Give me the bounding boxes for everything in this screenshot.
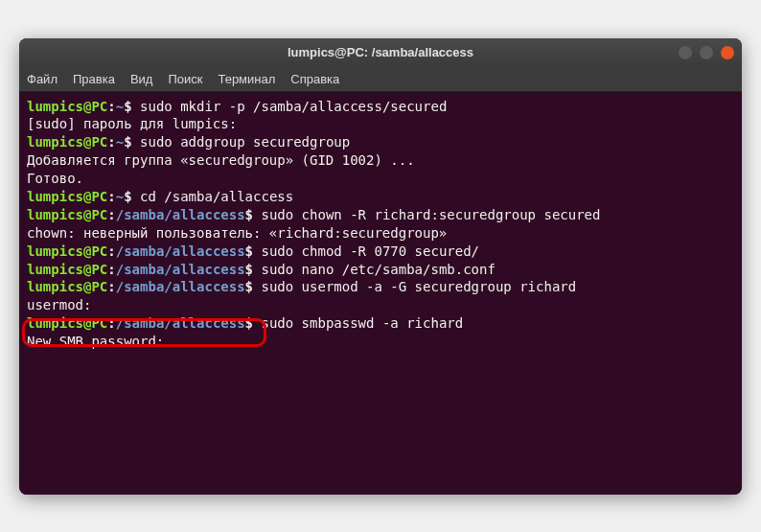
command-text: sudo chown -R richard:securedgroup secur… — [253, 207, 600, 222]
terminal-output-line: [sudo] пароль для lumpics: — [27, 115, 734, 133]
output-text: Добавляется группа «securedgroup» (GID 1… — [27, 152, 415, 168]
terminal-output-line: Добавляется группа «securedgroup» (GID 1… — [27, 151, 734, 170]
menu-search[interactable]: Поиск — [168, 72, 202, 86]
terminal-command-line: lumpics@PC:/samba/allaccess$ sudo usermo… — [27, 278, 734, 296]
prompt-dollar: $ — [124, 99, 131, 114]
prompt-user: lumpics@PC — [27, 134, 107, 150]
output-text: usermod: — [27, 297, 91, 312]
menu-edit[interactable]: Правка — [73, 72, 115, 86]
prompt-path: /samba/allaccess — [116, 315, 245, 331]
window-title: lumpics@PC: /samba/allaccess — [288, 45, 473, 59]
terminal-output-line: chown: неверный пользователь: «richard:s… — [27, 224, 734, 243]
minimize-button[interactable] — [679, 46, 692, 59]
prompt-colon: : — [107, 315, 115, 331]
prompt-user: lumpics@PC — [27, 262, 107, 277]
terminal-command-line: lumpics@PC:~$ sudo addgroup securedgroup — [27, 133, 734, 151]
menu-view[interactable]: Вид — [130, 72, 153, 86]
prompt-user: lumpics@PC — [27, 243, 107, 259]
prompt-colon: : — [107, 134, 115, 150]
prompt-path: /samba/allaccess — [116, 207, 245, 222]
prompt-path: /samba/allaccess — [116, 262, 245, 277]
prompt-user: lumpics@PC — [27, 315, 107, 331]
prompt-path: ~ — [116, 99, 124, 114]
terminal-output-line: usermod: — [27, 296, 734, 314]
prompt-user: lumpics@PC — [27, 207, 107, 222]
terminal-output-line: New SMB password: — [27, 333, 734, 351]
prompt-dollar: $ — [245, 279, 253, 294]
command-text: sudo chmod -R 0770 secured/ — [253, 243, 479, 259]
prompt-user: lumpics@PC — [27, 189, 107, 204]
command-text: cd /samba/allaccess — [132, 189, 294, 204]
terminal-window: lumpics@PC: /samba/allaccess Файл Правка… — [19, 38, 742, 495]
output-text: [sudo] пароль для lumpics: — [27, 116, 237, 131]
prompt-colon: : — [107, 189, 115, 204]
prompt-colon: : — [107, 262, 115, 277]
prompt-path: ~ — [116, 134, 124, 150]
window-controls — [679, 46, 734, 59]
prompt-colon: : — [107, 207, 115, 222]
menubar: Файл Правка Вид Поиск Терминал Справка — [19, 67, 742, 92]
terminal-command-line: lumpics@PC:~$ sudo mkdir -p /samba/allac… — [27, 98, 734, 116]
prompt-dollar: $ — [245, 243, 253, 259]
command-text: sudo usermod -a -G securedgroup richard — [253, 279, 576, 294]
prompt-colon: : — [107, 99, 115, 114]
prompt-colon: : — [107, 279, 115, 294]
terminal-output-line: Готово. — [27, 170, 734, 188]
prompt-user: lumpics@PC — [27, 279, 107, 294]
menu-terminal[interactable]: Терминал — [218, 72, 275, 86]
prompt-path: ~ — [116, 189, 124, 204]
output-text: chown: неверный пользователь: «richard:s… — [27, 225, 447, 241]
terminal-body[interactable]: lumpics@PC:~$ sudo mkdir -p /samba/allac… — [19, 92, 742, 495]
terminal-command-line: lumpics@PC:/samba/allaccess$ sudo smbpas… — [27, 314, 734, 333]
close-button[interactable] — [721, 46, 734, 59]
terminal-command-line: lumpics@PC:/samba/allaccess$ sudo chown … — [27, 206, 734, 224]
output-text: Готово. — [27, 171, 83, 186]
titlebar[interactable]: lumpics@PC: /samba/allaccess — [19, 38, 742, 67]
command-text: sudo nano /etc/samba/smb.conf — [253, 262, 496, 277]
command-text: sudo smbpasswd -a richard — [253, 315, 463, 331]
prompt-colon: : — [107, 243, 115, 259]
command-text: sudo addgroup securedgroup — [132, 134, 351, 150]
prompt-path: /samba/allaccess — [116, 279, 245, 294]
terminal-command-line: lumpics@PC:/samba/allaccess$ sudo nano /… — [27, 261, 734, 279]
output-text: New SMB password: — [27, 334, 164, 349]
maximize-button[interactable] — [700, 46, 713, 59]
prompt-path: /samba/allaccess — [116, 243, 245, 259]
menu-file[interactable]: Файл — [27, 72, 58, 86]
prompt-dollar: $ — [245, 315, 253, 331]
prompt-dollar: $ — [124, 189, 131, 204]
prompt-dollar: $ — [245, 207, 253, 222]
command-text: sudo mkdir -p /samba/allaccess/secured — [132, 99, 448, 114]
menu-help[interactable]: Справка — [290, 72, 339, 86]
terminal-command-line: lumpics@PC:/samba/allaccess$ sudo chmod … — [27, 243, 734, 261]
prompt-dollar: $ — [124, 134, 131, 150]
prompt-user: lumpics@PC — [27, 99, 107, 114]
prompt-dollar: $ — [245, 262, 253, 277]
terminal-command-line: lumpics@PC:~$ cd /samba/allaccess — [27, 188, 734, 206]
